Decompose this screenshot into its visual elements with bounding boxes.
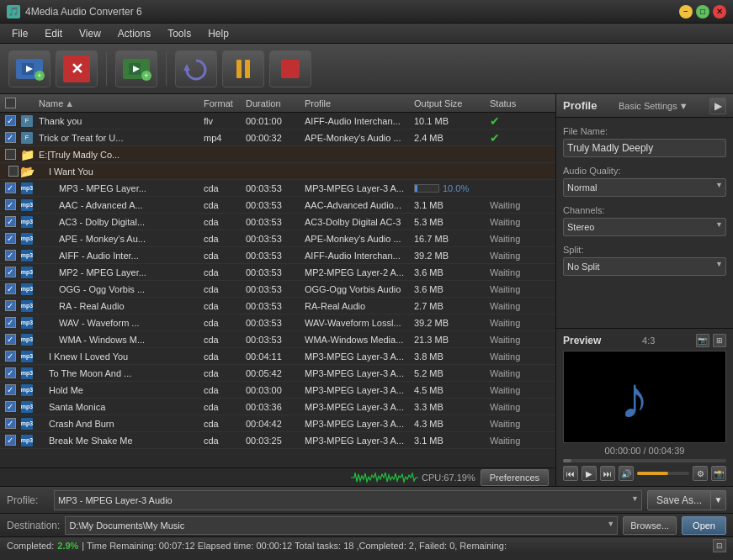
checkbox[interactable] (8, 166, 19, 177)
row-checkbox[interactable] (2, 233, 19, 244)
checkbox-checked[interactable] (5, 250, 16, 261)
channels-select[interactable]: Stereo Mono (563, 218, 726, 236)
volume-icon[interactable]: 🔊 (619, 466, 634, 481)
table-row[interactable]: mp3 OGG - Ogg Vorbis ... cda 00:03:53 OG… (0, 281, 555, 298)
header-checkbox[interactable] (5, 98, 16, 108)
checkbox-checked[interactable] (5, 418, 16, 429)
row-checkbox[interactable] (2, 384, 19, 395)
table-row[interactable]: 📂 I Want You (0, 163, 555, 180)
save-as-button[interactable]: Save As... (647, 490, 711, 510)
preferences-button[interactable]: Preferences (481, 469, 549, 486)
play-to-end-button[interactable]: ⏭ (600, 466, 615, 481)
table-row[interactable]: mp3 AIFF - Audio Inter... cda 00:03:53 A… (0, 247, 555, 264)
row-checkbox[interactable] (2, 300, 19, 311)
table-row[interactable]: F Thank you flv 00:01:00 AIFF-Audio Inte… (0, 113, 555, 129)
audio-quality-select[interactable]: Normal High Low Custom (563, 178, 726, 197)
menu-tools[interactable]: Tools (159, 26, 199, 41)
checkbox-checked[interactable] (5, 384, 16, 395)
preview-progress-slider[interactable] (563, 459, 726, 462)
add-folder-button[interactable] (115, 50, 157, 87)
th-status[interactable]: Status (486, 98, 554, 108)
row-checkbox[interactable] (2, 401, 19, 412)
checkbox-checked[interactable] (5, 115, 16, 126)
table-row[interactable]: mp3 Crash And Burn cda 00:04:42 MP3-MPEG… (0, 415, 555, 432)
checkbox-checked[interactable] (5, 367, 16, 378)
menu-view[interactable]: View (71, 26, 109, 41)
table-row[interactable]: mp3 Hold Me cda 00:03:00 MP3-MPEG Layer-… (0, 382, 555, 399)
play-to-start-button[interactable]: ⏮ (563, 466, 578, 481)
checkbox-checked[interactable] (5, 233, 16, 244)
row-checkbox[interactable] (2, 418, 19, 429)
th-profile[interactable]: Profile (301, 98, 411, 108)
row-checkbox[interactable] (2, 199, 19, 210)
snapshot-button[interactable]: 📸 (711, 466, 726, 481)
convert-button[interactable] (175, 50, 217, 87)
row-checkbox[interactable] (2, 267, 19, 277)
checkbox[interactable] (5, 149, 16, 160)
table-row[interactable]: mp3 WAV - Waveform ... cda 00:03:53 WAV-… (0, 314, 555, 331)
panel-expand-button[interactable]: ▶ (709, 98, 726, 114)
table-row[interactable]: mp3 I Knew I Loved You cda 00:04:11 MP3-… (0, 348, 555, 365)
open-button[interactable]: Open (682, 516, 726, 535)
row-checkbox[interactable] (2, 435, 19, 446)
destination-path-select[interactable]: D:\My Documents\My Music (65, 516, 618, 535)
table-row[interactable]: mp3 MP3 - MPEG Layer... cda 00:03:53 MP3… (0, 180, 555, 197)
menu-edit[interactable]: Edit (36, 26, 71, 41)
row-checkbox[interactable] (2, 283, 19, 294)
table-row[interactable]: mp3 To The Moon And ... cda 00:05:42 MP3… (0, 365, 555, 382)
table-row[interactable]: mp3 WMA - Windows M... cda 00:03:53 WMA-… (0, 331, 555, 348)
table-row[interactable]: mp3 APE - Monkey's Au... cda 00:03:53 AP… (0, 230, 555, 247)
table-body[interactable]: F Thank you flv 00:01:00 AIFF-Audio Inte… (0, 113, 555, 468)
checkbox-checked[interactable] (5, 132, 16, 143)
checkbox-checked[interactable] (5, 300, 16, 311)
add-video-button[interactable] (8, 50, 50, 87)
play-button[interactable]: ▶ (582, 466, 597, 481)
table-row[interactable]: 📁 E:[Truly Madly Co... (0, 146, 555, 163)
checkbox-checked[interactable] (5, 435, 16, 446)
row-checkbox[interactable] (2, 351, 19, 362)
th-name[interactable]: Name ▲ (35, 98, 200, 108)
row-checkbox[interactable] (2, 115, 19, 126)
split-select[interactable]: No Split Split by size Split by time (563, 257, 726, 276)
th-duration[interactable]: Duration (242, 98, 301, 108)
preview-screenshot-button[interactable]: 📷 (696, 334, 709, 347)
table-row[interactable]: mp3 AC3 - Dolby Digital... cda 00:03:53 … (0, 214, 555, 230)
row-checkbox[interactable] (2, 317, 19, 328)
basic-settings-label[interactable]: Basic Settings ▼ (619, 101, 688, 111)
row-checkbox[interactable] (2, 132, 19, 143)
checkbox-checked[interactable] (5, 199, 16, 210)
checkbox-checked[interactable] (5, 334, 16, 345)
table-row[interactable]: mp3 Break Me Shake Me cda 00:03:25 MP3-M… (0, 432, 555, 449)
stop-button[interactable] (269, 50, 311, 87)
volume-slider[interactable] (637, 472, 689, 475)
row-checkbox[interactable] (2, 367, 19, 378)
menu-help[interactable]: Help (199, 26, 237, 41)
file-name-input[interactable] (563, 139, 726, 157)
row-checkbox[interactable] (2, 250, 19, 261)
table-row[interactable]: mp3 RA - Real Audio cda 00:03:53 RA-Real… (0, 298, 555, 314)
menu-actions[interactable]: Actions (109, 26, 159, 41)
table-row[interactable]: F Trick or Treat for U... mp4 00:00:32 A… (0, 129, 555, 146)
save-as-dropdown-button[interactable]: ▼ (711, 490, 726, 510)
table-row[interactable]: mp3 AAC - Advanced A... cda 00:03:53 AAC… (0, 197, 555, 214)
checkbox-checked[interactable] (5, 317, 16, 328)
th-output-size[interactable]: Output Size (411, 98, 486, 108)
close-button[interactable]: ✕ (713, 5, 726, 18)
minimize-button[interactable]: − (679, 5, 693, 18)
checkbox-checked[interactable] (5, 182, 16, 193)
preview-zoom-button[interactable]: ⊞ (713, 334, 726, 347)
status-expand-button[interactable]: ⊡ (713, 539, 726, 552)
th-format[interactable]: Format (200, 98, 242, 108)
checkbox-checked[interactable] (5, 267, 16, 277)
browse-button[interactable]: Browse... (623, 516, 677, 535)
menu-file[interactable]: File (3, 26, 36, 41)
settings-icon[interactable]: ⚙ (693, 466, 708, 481)
checkbox-checked[interactable] (5, 401, 16, 412)
table-row[interactable]: mp3 Santa Monica cda 00:03:36 MP3-MPEG L… (0, 399, 555, 415)
row-checkbox[interactable] (2, 149, 19, 160)
row-checkbox[interactable] (2, 334, 19, 345)
checkbox-checked[interactable] (5, 283, 16, 294)
remove-button[interactable]: ✕ (56, 50, 98, 87)
checkbox-checked[interactable] (5, 216, 16, 227)
checkbox-checked[interactable] (5, 351, 16, 362)
